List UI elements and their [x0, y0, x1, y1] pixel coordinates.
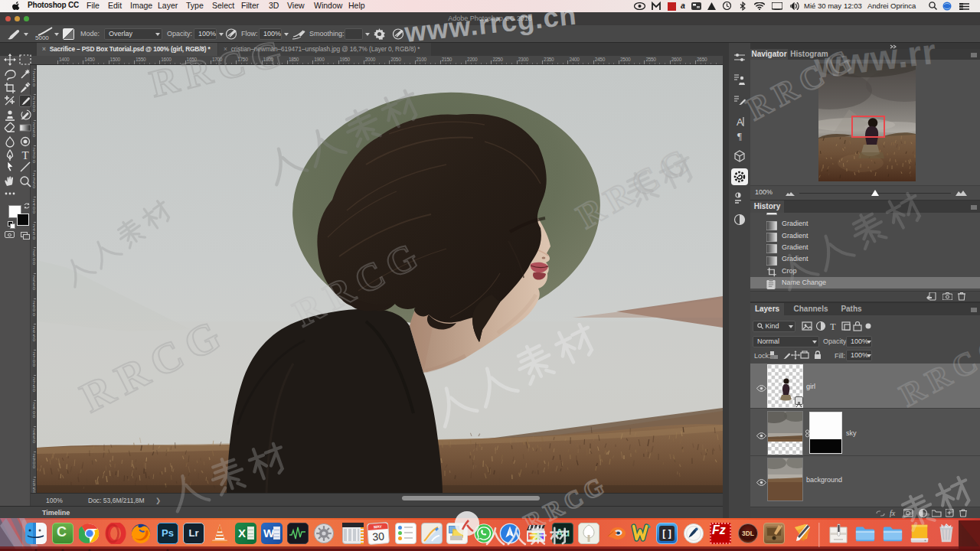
svg-text:3DL: 3DL: [742, 530, 754, 537]
svg-text:fx: fx: [890, 509, 896, 517]
svg-text:¶: ¶: [737, 130, 742, 142]
svg-text:T: T: [21, 149, 28, 161]
svg-text:A: A: [737, 116, 743, 128]
svg-text:T: T: [830, 321, 836, 331]
